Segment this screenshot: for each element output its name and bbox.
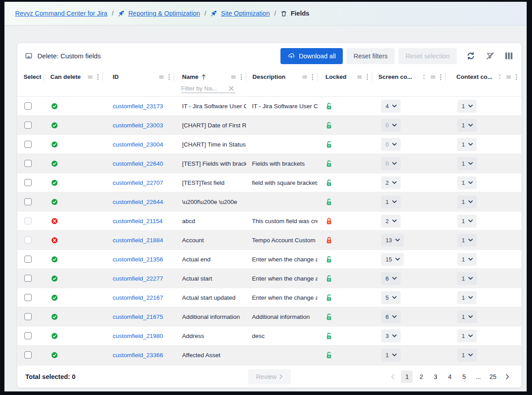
column-header-description[interactable]: Description	[246, 69, 317, 85]
row-checkbox[interactable]	[24, 160, 32, 167]
screen-count-dropdown[interactable]: 0	[381, 138, 401, 151]
column-menu-icon[interactable]	[516, 74, 517, 80]
reset-filters-button[interactable]: Reset filters	[346, 48, 395, 64]
context-count-dropdown[interactable]: 1	[457, 157, 477, 170]
screen-count-dropdown[interactable]: 6	[381, 310, 401, 323]
column-menu-icon[interactable]	[440, 74, 442, 80]
context-count-dropdown[interactable]: 1	[457, 195, 477, 208]
field-id-link[interactable]: customfield_23003	[113, 122, 163, 129]
context-count-dropdown[interactable]: 1	[457, 330, 477, 342]
column-header-locked[interactable]: Locked	[317, 69, 372, 85]
field-id-link[interactable]: customfield_22277	[113, 275, 163, 282]
sort-toggle-icon[interactable]	[422, 74, 426, 80]
reset-selection-button[interactable]: Reset selection	[398, 48, 457, 64]
filter-icon[interactable]	[357, 75, 362, 79]
row-checkbox[interactable]	[24, 102, 32, 110]
screen-count-dropdown[interactable]: 5	[381, 291, 401, 304]
column-settings-button[interactable]	[505, 53, 512, 59]
context-count-dropdown[interactable]: 1	[457, 215, 477, 228]
column-header-screen-count[interactable]: Screen co...	[372, 69, 446, 85]
pagination-page-25[interactable]: 25	[487, 371, 499, 383]
filter-icon[interactable]	[87, 75, 93, 79]
screen-count-dropdown[interactable]: 0	[381, 119, 401, 132]
column-menu-icon[interactable]	[312, 74, 313, 80]
review-button[interactable]: Review	[248, 369, 291, 384]
row-checkbox[interactable]	[24, 275, 32, 282]
context-count-dropdown[interactable]: 1	[457, 253, 477, 266]
column-menu-icon[interactable]	[366, 74, 368, 80]
screen-count-dropdown[interactable]: 15	[381, 253, 404, 266]
context-count-dropdown[interactable]: 1	[457, 291, 477, 304]
name-filter-input[interactable]	[181, 85, 222, 92]
row-checkbox[interactable]	[24, 236, 32, 244]
field-id-link[interactable]: customfield_21356	[113, 256, 163, 263]
screen-count-dropdown[interactable]: 3	[381, 330, 401, 342]
row-checkbox[interactable]	[24, 141, 32, 148]
filter-icon[interactable]	[158, 75, 164, 79]
row-checkbox[interactable]	[24, 217, 32, 224]
field-id-link[interactable]: customfield_23004	[113, 141, 163, 148]
pagination-page-3[interactable]: 3	[430, 371, 441, 383]
field-id-link[interactable]: customfield_22644	[113, 199, 163, 205]
field-id-link[interactable]: customfield_21154	[113, 218, 162, 224]
column-menu-icon[interactable]	[97, 74, 99, 80]
column-menu-icon[interactable]	[168, 74, 170, 80]
clear-filter-icon[interactable]	[228, 86, 234, 91]
field-id-link[interactable]: customfield_21675	[113, 314, 163, 320]
row-checkbox[interactable]	[24, 198, 32, 205]
pagination-page-5[interactable]: 5	[458, 371, 470, 383]
screen-count-dropdown[interactable]: 2	[381, 176, 401, 189]
column-header-context-count[interactable]: Context co...	[446, 69, 521, 85]
filter-icon[interactable]	[430, 75, 436, 79]
screen-count-dropdown[interactable]: 0	[381, 157, 401, 170]
pagination-page-2[interactable]: 2	[415, 371, 427, 383]
context-count-dropdown[interactable]: 1	[457, 272, 477, 285]
context-count-dropdown[interactable]: 1	[457, 138, 477, 151]
breadcrumb-link-reporting-optimization[interactable]: Reporting & Optimization	[118, 10, 200, 17]
context-count-dropdown[interactable]: 1	[457, 349, 477, 362]
row-checkbox[interactable]	[24, 332, 32, 339]
screen-count-dropdown[interactable]: 1	[381, 195, 401, 208]
pagination-page-4[interactable]: 4	[444, 371, 455, 383]
breadcrumb-link-command-center[interactable]: Revyz Command Center for Jira	[15, 10, 107, 17]
pagination-page-1[interactable]: 1	[401, 371, 413, 383]
context-count-dropdown[interactable]: 1	[457, 310, 477, 323]
filter-icon[interactable]	[231, 75, 236, 79]
row-checkbox[interactable]	[24, 179, 32, 186]
field-id-link[interactable]: customfield_22167	[113, 294, 163, 301]
field-id-link[interactable]: customfield_21980	[113, 333, 163, 339]
column-menu-icon[interactable]	[240, 74, 242, 80]
context-count-dropdown[interactable]: 1	[457, 100, 477, 113]
column-header-id[interactable]: ID	[103, 69, 174, 85]
context-count-dropdown[interactable]: 1	[457, 234, 477, 247]
pagination-next-button[interactable]	[502, 371, 513, 383]
filter-icon[interactable]	[302, 75, 308, 79]
panel-title-text: Delete: Custom fields	[37, 52, 101, 60]
breadcrumb-link-site-optimization[interactable]: Site Optimization	[211, 10, 270, 17]
row-checkbox[interactable]	[24, 256, 32, 263]
field-id-link[interactable]: customfield_23366	[113, 352, 163, 358]
field-id-link[interactable]: customfield_22640	[113, 160, 163, 167]
field-id-link[interactable]: customfield_23173	[113, 103, 163, 110]
row-checkbox[interactable]	[24, 351, 32, 358]
screen-count-dropdown[interactable]: 13	[381, 234, 404, 247]
context-count-dropdown[interactable]: 1	[457, 119, 477, 132]
refresh-button[interactable]	[467, 52, 475, 60]
row-checkbox[interactable]	[24, 294, 32, 301]
sort-toggle-icon[interactable]	[498, 74, 502, 80]
screen-count-dropdown[interactable]: 6	[381, 272, 401, 285]
field-id-link[interactable]: customfield_21884	[113, 237, 163, 244]
screen-count-dropdown[interactable]: 4	[381, 100, 401, 113]
column-header-can-delete[interactable]: Can delete	[44, 69, 103, 85]
pagination-prev-button[interactable]	[387, 371, 398, 383]
context-count-dropdown[interactable]: 1	[457, 176, 477, 189]
screen-count-dropdown[interactable]: 2	[381, 215, 401, 228]
filter-icon[interactable]	[506, 75, 512, 79]
clear-filters-button[interactable]	[486, 52, 495, 60]
download-all-button[interactable]: Download all	[280, 48, 343, 64]
column-header-name[interactable]: Name	[174, 69, 246, 85]
row-checkbox[interactable]	[24, 313, 32, 320]
field-id-link[interactable]: customfield_22707	[113, 179, 163, 186]
screen-count-dropdown[interactable]: 1	[381, 349, 401, 362]
row-checkbox[interactable]	[24, 122, 32, 129]
